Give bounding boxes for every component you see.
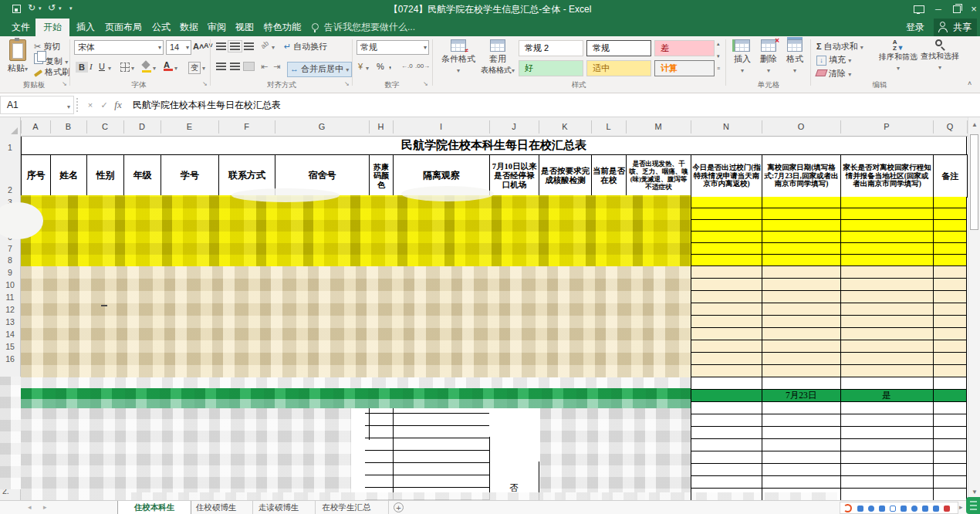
format-painter-button[interactable]: 格式刷 xyxy=(34,66,70,78)
font-size-dropdown-icon[interactable] xyxy=(186,41,189,54)
bottom-rows-band[interactable] xyxy=(691,402,967,500)
style-normal-tile[interactable]: 常规 xyxy=(586,40,651,56)
vertical-scrollbar-thumb[interactable] xyxy=(970,134,978,230)
column-header-i[interactable]: I xyxy=(393,117,489,137)
column-header-b[interactable]: B xyxy=(50,117,86,137)
column-header-l[interactable]: L xyxy=(591,117,626,137)
formula-bar-value[interactable]: 民航学院住校本科生每日在校汇总表 xyxy=(133,96,281,114)
orientation-dropdown-icon[interactable] xyxy=(272,44,275,51)
column-header-j[interactable]: J xyxy=(489,117,539,137)
borders-icon[interactable] xyxy=(120,63,130,72)
underline-button[interactable] xyxy=(99,62,105,71)
wrap-text-button[interactable]: 自动换行 xyxy=(284,41,327,52)
row-header-10[interactable]: 10 xyxy=(0,280,20,289)
column-header-e[interactable]: E xyxy=(161,117,218,137)
fill-color-dropdown-icon[interactable] xyxy=(153,65,156,72)
enter-icon[interactable] xyxy=(97,96,111,114)
tool-icon-6[interactable] xyxy=(911,506,917,512)
borders-dropdown-icon[interactable] xyxy=(131,65,134,72)
clear-button[interactable]: 清除 xyxy=(816,68,851,79)
column-header-a[interactable]: A xyxy=(21,117,50,137)
font-size-combobox[interactable]: 14 xyxy=(166,40,191,55)
insert-cells-button[interactable]: 插入 xyxy=(730,39,755,79)
tab-review[interactable]: 审阅 xyxy=(204,19,230,36)
align-bottom-icon[interactable] xyxy=(244,42,254,50)
share-button[interactable]: 共享 xyxy=(934,19,977,36)
yellow-rows-band[interactable] xyxy=(691,197,967,266)
collapse-ribbon-icon[interactable] xyxy=(968,79,972,87)
styles-gallery-up-icon[interactable] xyxy=(717,41,720,47)
header-health-code[interactable]: 苏康码颜色 xyxy=(369,154,394,198)
minimize-button[interactable] xyxy=(929,0,948,19)
font-name-dropdown-icon[interactable] xyxy=(158,41,161,54)
select-all-corner[interactable] xyxy=(0,117,21,137)
white-row-band[interactable] xyxy=(691,377,967,389)
column-header-g[interactable]: G xyxy=(275,117,369,137)
tool-icon-9[interactable] xyxy=(944,506,950,512)
column-header-f[interactable]: F xyxy=(218,117,275,137)
sheet-tab-summary[interactable]: 在校学生汇总 xyxy=(305,501,389,514)
name-box-dropdown-icon[interactable] xyxy=(67,99,70,116)
find-select-button[interactable]: 查找和选择 xyxy=(920,39,960,79)
phonetic-dropdown-icon[interactable] xyxy=(202,65,205,72)
accounting-dropdown-icon[interactable] xyxy=(366,65,369,72)
italic-button[interactable] xyxy=(90,62,93,71)
row-header-1[interactable]: 1 xyxy=(0,143,20,152)
row-header-11[interactable]: 11 xyxy=(0,293,20,302)
accounting-format-icon[interactable] xyxy=(358,62,363,71)
column-header-m[interactable]: M xyxy=(626,117,691,137)
tool-icon-5[interactable] xyxy=(901,506,907,512)
tool-icon-2[interactable] xyxy=(868,506,874,512)
autosum-button[interactable]: 自动求和 xyxy=(816,41,863,52)
hscroll-right-icon[interactable] xyxy=(959,501,963,514)
header-remarks[interactable]: 备注 xyxy=(933,154,968,198)
style-good-tile[interactable]: 好 xyxy=(519,60,583,76)
number-format-dropdown-icon[interactable] xyxy=(424,41,427,54)
tell-me-box[interactable]: 告诉我您想要做什么... xyxy=(312,19,448,36)
number-format-combobox[interactable]: 常规 xyxy=(357,40,429,55)
restore-button[interactable] xyxy=(948,0,966,19)
column-header-p[interactable]: P xyxy=(840,117,933,137)
font-dialog-launcher-icon[interactable] xyxy=(202,80,208,87)
row-header-16[interactable]: 16 xyxy=(0,354,20,364)
table-title-cell[interactable]: 民航学院住校本科生每日在校汇总表 xyxy=(21,137,967,155)
name-box[interactable]: A1 xyxy=(0,96,74,114)
header-symptoms[interactable]: 是否出现发热、干咳、乏力、咽痛、嗅(味)觉减退、腹泻等不适症状 xyxy=(626,154,691,198)
column-header-d[interactable]: D xyxy=(123,117,161,137)
align-center-icon[interactable] xyxy=(230,63,240,70)
sheet-nav-right-icon[interactable] xyxy=(43,501,47,514)
header-serial[interactable]: 序号 xyxy=(21,154,51,198)
font-color-dropdown-icon[interactable] xyxy=(174,65,177,72)
tool-icon-1[interactable] xyxy=(857,506,863,512)
align-left-icon[interactable] xyxy=(216,63,226,70)
paste-button[interactable]: 粘贴 xyxy=(5,39,31,79)
header-on-campus[interactable]: 当前是否在校 xyxy=(591,154,627,198)
green-row-return-date-cell[interactable]: 7月23日 xyxy=(762,389,840,402)
tab-special-features[interactable]: 特色功能 xyxy=(259,19,306,36)
align-middle-icon[interactable] xyxy=(230,42,240,50)
row-header-2[interactable]: 2 xyxy=(0,185,20,194)
beige-rows-band[interactable] xyxy=(691,266,967,377)
column-header-c[interactable]: C xyxy=(86,117,123,137)
tab-insert[interactable]: 插入 xyxy=(73,19,99,36)
tab-data[interactable]: 数据 xyxy=(176,19,202,36)
sheet-nav-left-icon[interactable] xyxy=(28,501,32,514)
row-header-13[interactable]: 13 xyxy=(0,317,20,326)
tab-formulas[interactable]: 公式 xyxy=(148,19,174,36)
column-header-n[interactable]: N xyxy=(691,117,762,137)
new-sheet-icon[interactable]: + xyxy=(394,502,404,512)
header-student-id[interactable]: 学号 xyxy=(161,154,219,198)
column-header-q[interactable]: Q xyxy=(933,117,967,137)
close-button[interactable] xyxy=(965,0,980,19)
green-row-parent-informed-cell[interactable]: 是 xyxy=(840,389,933,402)
scroll-up-icon[interactable] xyxy=(968,119,980,131)
styles-gallery-down-icon[interactable] xyxy=(717,53,720,59)
style-normal2-tile[interactable]: 常规 2 xyxy=(519,40,583,56)
sort-filter-button[interactable]: AZ 排序和筛选 xyxy=(878,39,918,79)
align-right-icon[interactable] xyxy=(244,63,254,70)
decrease-decimal-icon[interactable]: .00→ xyxy=(415,63,430,69)
decrease-font-icon[interactable] xyxy=(204,42,213,49)
column-header-k[interactable]: K xyxy=(539,117,591,137)
header-name[interactable]: 姓名 xyxy=(50,154,87,198)
style-bad-tile[interactable]: 差 xyxy=(654,40,715,56)
